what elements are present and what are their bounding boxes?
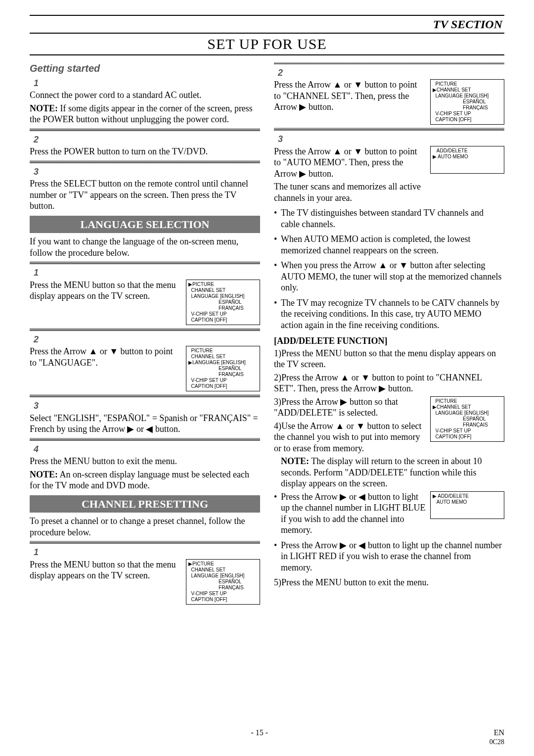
lang-step-4-note: NOTE: An on-screen display language must… [30, 469, 260, 491]
section-title-wrap: SET UP FOR USE [30, 33, 504, 55]
separator [274, 128, 504, 131]
step-1-note: NOTE: If some digits appear in the corne… [30, 103, 260, 125]
bullet-dot: • [274, 260, 281, 295]
add-delete-heading: [ADD/DELETE FUNCTION] [274, 335, 504, 347]
left-column: Getting started 1 Connect the power cord… [30, 59, 260, 605]
separator [30, 128, 260, 131]
bullet-dot: • [274, 540, 281, 575]
chan-step-3-text-a: Press the Arrow ▲ or ▼ button to point t… [274, 146, 426, 180]
press-bullet-1: Press the Arrow ▶ or ◀ button to light u… [281, 491, 426, 536]
page-number: - 15 - [251, 728, 268, 747]
step-3-text: Press the SELECT button on the remote co… [30, 178, 260, 212]
bullet-3: When you press the Arrow ▲ or ▼ button a… [281, 260, 504, 293]
channel-presetting-banner: CHANNEL PRESETTING [30, 495, 260, 513]
separator [30, 394, 260, 397]
add-step-2: 2)Press the Arrow ▲ or ▼ button to point… [274, 372, 504, 394]
language-selection-banner: LANGUAGE SELECTION [30, 216, 260, 234]
lang-step-1-label: 1 [34, 267, 260, 279]
lang-step-4-note-text: An on-screen display language must be se… [30, 470, 249, 491]
bullet-4: The TV may recognize TV channels to be C… [281, 297, 504, 331]
step-1-label: 1 [34, 78, 260, 89]
language-intro: If you want to change the language of th… [30, 236, 260, 258]
menu-box-channel: PICTURE ▶CHANNEL SET LANGUAGE [ENGLISH] … [430, 79, 504, 125]
lang-step-4-text-a: Press the MENU button to exit the menu. [30, 456, 260, 467]
lang-step-2-text: Press the Arrow ▲ or ▼ button to point t… [30, 346, 182, 368]
press-bullet-2: Press the Arrow ▶ or ◀ button to light u… [281, 540, 504, 573]
chan-step-2-label: 2 [278, 67, 504, 79]
add-step-3: 3)Press the Arrow ▶ button so that "ADD/… [274, 396, 426, 419]
step-2-label: 2 [34, 134, 260, 145]
page-top-rule [30, 15, 504, 16]
chan-step-3-text-b: The tuner scans and memorizes all active… [274, 181, 426, 203]
step-2-text: Press the POWER button to turn on the TV… [30, 146, 260, 157]
add-step-5: 5)Press the MENU button to exit the menu… [274, 577, 504, 588]
lang-step-1-text: Press the MENU button so that the menu d… [30, 280, 182, 302]
lang-step-4-label: 4 [34, 444, 260, 455]
separator [30, 438, 260, 441]
bullet-2: When AUTO MEMO action is completed, the … [281, 234, 504, 256]
separator [30, 328, 260, 331]
footer-code: 0C28 [490, 738, 504, 747]
menu-box-picture: ▶PICTURE CHANNEL SET LANGUAGE [ENGLISH] … [186, 280, 260, 325]
add-step-1: 1)Press the MENU button so that the menu… [274, 348, 504, 370]
channel-intro: To preset a channel or to change a prese… [30, 516, 260, 538]
add-note: NOTE: The display will return to the scr… [274, 456, 504, 489]
section-title: SET UP FOR USE [30, 35, 504, 53]
menu-box-channel-2: PICTURE ▶CHANNEL SET LANGUAGE [ENGLISH] … [430, 396, 504, 442]
separator [30, 160, 260, 163]
menu-box-picture-2: ▶PICTURE CHANNEL SET LANGUAGE [ENGLISH] … [186, 559, 260, 605]
menu-box-automemo: ADD/DELETE ▶ AUTO MEMO [430, 146, 504, 174]
right-column: 2 Press the Arrow ▲ or ▼ button to point… [274, 59, 504, 605]
menu-box-adddelete: ▶ ADD/DELETE AUTO MEMO [430, 491, 504, 519]
chan-step-3-label: 3 [278, 134, 504, 145]
step-1-note-text: If some digits appear in the corner of t… [30, 103, 253, 125]
lang-step-3-label: 3 [34, 400, 260, 412]
lang-step-2-label: 2 [34, 334, 260, 345]
separator [30, 261, 260, 264]
bullet-1: The TV distinguishes between standard TV… [281, 207, 504, 230]
bullet-dot: • [274, 491, 281, 538]
chan-step-2-text: Press the Arrow ▲ or ▼ button to point t… [274, 79, 426, 113]
bullet-dot: • [274, 234, 281, 258]
footer-en: EN [494, 728, 504, 737]
bullet-dot: • [274, 207, 281, 232]
separator [274, 62, 504, 64]
step-3-label: 3 [34, 166, 260, 178]
chan-step-1-text: Press the MENU button so that the menu d… [30, 559, 182, 581]
tv-section-label: TV SECTION [30, 17, 504, 32]
bullet-dot: • [274, 297, 281, 333]
separator [30, 541, 260, 544]
add-step-4: 4)Use the Arrow ▲ or ▼ button to select … [274, 421, 426, 454]
getting-started-heading: Getting started [30, 62, 260, 75]
page-footer: - 15 - EN 0C28 [30, 728, 504, 747]
lang-step-3-text: Select "ENGLISH", "ESPAÑOL" = Spanish or… [30, 413, 260, 435]
step-1-text-a: Connect the power cord to a standard AC … [30, 90, 260, 101]
add-note-text: The display will return to the screen in… [281, 456, 482, 488]
chan-step-1-label: 1 [34, 547, 260, 558]
menu-box-language: PICTURE CHANNEL SET ▶LANGUAGE [ENGLISH] … [186, 346, 260, 391]
